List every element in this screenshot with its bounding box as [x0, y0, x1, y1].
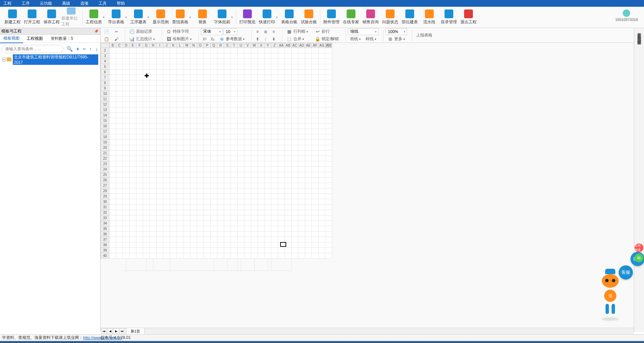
row-header-21[interactable]: 21: [101, 151, 109, 156]
cell[interactable]: [258, 221, 265, 226]
cell[interactable]: [177, 151, 184, 156]
cell[interactable]: [211, 129, 217, 134]
cell[interactable]: [238, 59, 244, 64]
cell[interactable]: [271, 59, 278, 64]
cell[interactable]: [184, 242, 190, 248]
cell[interactable]: [238, 248, 244, 253]
cell[interactable]: [143, 107, 150, 113]
cell[interactable]: [292, 226, 298, 232]
cell[interactable]: [244, 140, 251, 145]
cell[interactable]: [231, 53, 238, 59]
tab-project-view[interactable]: 工程视图: [23, 34, 47, 43]
cell[interactable]: [157, 242, 163, 248]
cell[interactable]: [285, 118, 292, 124]
cell[interactable]: [163, 86, 170, 91]
cell[interactable]: [305, 140, 312, 145]
cell[interactable]: [251, 97, 258, 102]
cell[interactable]: [130, 48, 136, 53]
superscript-button[interactable]: X²: [201, 36, 208, 43]
cell[interactable]: [231, 134, 238, 140]
cell[interactable]: [285, 80, 292, 86]
cell[interactable]: [244, 156, 251, 161]
cell[interactable]: [298, 53, 305, 59]
cell[interactable]: [163, 215, 170, 221]
cell[interactable]: [190, 86, 197, 91]
cell[interactable]: [224, 118, 231, 124]
cell[interactable]: [231, 151, 238, 156]
tool-在线专家[interactable]: 在线专家: [341, 7, 361, 27]
cell[interactable]: [123, 226, 130, 232]
cell[interactable]: [312, 70, 319, 75]
cell[interactable]: [170, 75, 177, 80]
row-header-6[interactable]: 6: [101, 70, 109, 75]
size-select[interactable]: 10: [223, 28, 237, 35]
cell[interactable]: [190, 172, 197, 178]
tool-导出表格[interactable]: 导出表格: [106, 7, 126, 27]
cell[interactable]: [278, 183, 285, 188]
cell[interactable]: [231, 215, 238, 221]
cell[interactable]: [278, 97, 285, 102]
cell[interactable]: [136, 134, 143, 140]
cell[interactable]: [224, 129, 231, 134]
cell[interactable]: [278, 205, 285, 210]
cell[interactable]: [265, 86, 271, 91]
cell[interactable]: [265, 134, 271, 140]
cell[interactable]: [184, 215, 190, 221]
tool-表格台账[interactable]: 表格台账: [279, 7, 299, 27]
cell[interactable]: [150, 205, 157, 210]
cell[interactable]: [224, 194, 231, 199]
dropdown-icon[interactable]: ▾: [102, 16, 105, 19]
cell[interactable]: [312, 183, 319, 188]
cell[interactable]: [244, 194, 251, 199]
cell[interactable]: [298, 113, 305, 118]
cell[interactable]: [325, 253, 332, 259]
cell[interactable]: [285, 156, 292, 161]
cell[interactable]: [238, 194, 244, 199]
cell[interactable]: [123, 237, 130, 242]
cell[interactable]: [197, 151, 204, 156]
cell[interactable]: [109, 172, 116, 178]
cell[interactable]: [278, 64, 285, 70]
cell[interactable]: [238, 48, 244, 53]
cell[interactable]: [123, 194, 130, 199]
cell[interactable]: [157, 70, 163, 75]
cell[interactable]: [143, 156, 150, 161]
right-tab-view[interactable]: 设置视图 - 全部设置图: [636, 33, 642, 37]
cell[interactable]: [224, 59, 231, 64]
cell[interactable]: [265, 172, 271, 178]
cell[interactable]: [116, 221, 123, 226]
pin-icon[interactable]: 📌: [94, 29, 98, 33]
cell[interactable]: [312, 253, 319, 259]
cell[interactable]: [224, 221, 231, 226]
cell[interactable]: [204, 113, 211, 118]
cell[interactable]: [184, 248, 190, 253]
tool-部位建表[interactable]: 部位建表: [400, 7, 420, 27]
cell[interactable]: [116, 199, 123, 205]
cell[interactable]: [298, 102, 305, 107]
col-header-AC[interactable]: AC: [292, 43, 298, 48]
col-header-Q[interactable]: Q: [211, 43, 217, 48]
cell[interactable]: [271, 124, 278, 129]
cell[interactable]: [278, 107, 285, 113]
cell[interactable]: [298, 237, 305, 242]
cell[interactable]: [204, 48, 211, 53]
cell[interactable]: [136, 70, 143, 75]
cell[interactable]: [292, 118, 298, 124]
cell[interactable]: [305, 53, 312, 59]
cell[interactable]: [312, 140, 319, 145]
cell[interactable]: [251, 80, 258, 86]
cell[interactable]: [123, 53, 130, 59]
cell[interactable]: [157, 205, 163, 210]
cell[interactable]: [325, 145, 332, 151]
cell[interactable]: [258, 70, 265, 75]
count-badge[interactable]: 96: [635, 254, 643, 262]
cell[interactable]: [271, 232, 278, 237]
cell[interactable]: [217, 107, 224, 113]
subscript-button[interactable]: X₂: [209, 36, 216, 43]
cell[interactable]: [298, 151, 305, 156]
cell[interactable]: [197, 145, 204, 151]
cell[interactable]: [157, 161, 163, 167]
cell[interactable]: [204, 59, 211, 64]
cell[interactable]: [197, 237, 204, 242]
cell[interactable]: [184, 221, 190, 226]
